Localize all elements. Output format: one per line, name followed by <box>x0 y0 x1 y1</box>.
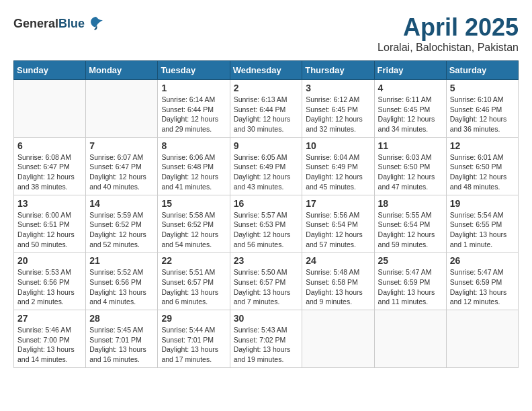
cell-content: Sunrise: 5:56 AMSunset: 6:54 PMDaylight:… <box>306 210 370 250</box>
weekday-header-friday: Friday <box>374 61 446 80</box>
location-title: Loralai, Balochistan, Pakistan <box>378 42 519 54</box>
cell-content: Sunrise: 6:12 AMSunset: 6:45 PMDaylight:… <box>306 95 370 134</box>
calendar-cell: 20Sunrise: 5:53 AMSunset: 6:56 PMDayligh… <box>14 253 86 310</box>
calendar-week-row: 6Sunrise: 6:08 AMSunset: 6:47 PMDaylight… <box>14 137 519 195</box>
day-number: 30 <box>234 313 299 324</box>
cell-content: Sunrise: 6:11 AMSunset: 6:45 PMDaylight:… <box>378 95 443 134</box>
day-number: 17 <box>306 198 370 209</box>
weekday-header-row: SundayMondayTuesdayWednesdayThursdayFrid… <box>14 61 519 80</box>
title-section: April 2025 Loralai, Balochistan, Pakista… <box>378 13 519 54</box>
day-number: 24 <box>306 255 370 266</box>
calendar-cell: 13Sunrise: 6:00 AMSunset: 6:51 PMDayligh… <box>14 195 86 253</box>
calendar-cell: 15Sunrise: 5:58 AMSunset: 6:52 PMDayligh… <box>158 195 230 253</box>
logo-bird-icon <box>86 13 106 34</box>
day-number: 15 <box>161 198 226 209</box>
day-number: 7 <box>89 140 154 151</box>
calendar-cell: 5Sunrise: 6:10 AMSunset: 6:46 PMDaylight… <box>446 80 518 138</box>
calendar-cell: 2Sunrise: 6:13 AMSunset: 6:44 PMDaylight… <box>230 80 302 138</box>
day-number: 13 <box>17 198 82 209</box>
calendar-cell: 3Sunrise: 6:12 AMSunset: 6:45 PMDaylight… <box>302 80 374 138</box>
cell-content: Sunrise: 5:59 AMSunset: 6:52 PMDaylight:… <box>89 210 154 250</box>
cell-content: Sunrise: 6:10 AMSunset: 6:46 PMDaylight:… <box>450 95 515 134</box>
calendar-week-row: 13Sunrise: 6:00 AMSunset: 6:51 PMDayligh… <box>14 195 519 253</box>
day-number: 22 <box>161 255 226 266</box>
cell-content: Sunrise: 6:06 AMSunset: 6:48 PMDaylight:… <box>161 152 226 192</box>
calendar-cell: 22Sunrise: 5:51 AMSunset: 6:57 PMDayligh… <box>158 253 230 310</box>
cell-content: Sunrise: 6:05 AMSunset: 6:49 PMDaylight:… <box>234 152 299 192</box>
day-number: 9 <box>234 140 299 151</box>
cell-content: Sunrise: 6:04 AMSunset: 6:49 PMDaylight:… <box>306 152 370 192</box>
day-number: 27 <box>17 313 82 324</box>
day-number: 16 <box>234 198 299 209</box>
cell-content: Sunrise: 5:55 AMSunset: 6:54 PMDaylight:… <box>378 210 443 250</box>
calendar-cell <box>86 80 158 138</box>
cell-content: Sunrise: 6:07 AMSunset: 6:47 PMDaylight:… <box>89 152 154 192</box>
calendar-cell: 30Sunrise: 5:43 AMSunset: 7:02 PMDayligh… <box>230 310 302 368</box>
calendar-cell: 14Sunrise: 5:59 AMSunset: 6:52 PMDayligh… <box>86 195 158 253</box>
weekday-header-monday: Monday <box>86 61 158 80</box>
weekday-header-thursday: Thursday <box>302 61 374 80</box>
day-number: 29 <box>161 313 226 324</box>
day-number: 8 <box>161 140 226 151</box>
calendar-cell: 23Sunrise: 5:50 AMSunset: 6:57 PMDayligh… <box>230 253 302 310</box>
cell-content: Sunrise: 5:53 AMSunset: 6:56 PMDaylight:… <box>17 267 82 307</box>
day-number: 28 <box>89 313 154 324</box>
cell-content: Sunrise: 5:51 AMSunset: 6:57 PMDaylight:… <box>161 267 226 307</box>
calendar-cell: 26Sunrise: 5:47 AMSunset: 6:59 PMDayligh… <box>446 253 518 310</box>
calendar-cell: 9Sunrise: 6:05 AMSunset: 6:49 PMDaylight… <box>230 137 302 195</box>
calendar-cell: 21Sunrise: 5:52 AMSunset: 6:56 PMDayligh… <box>86 253 158 310</box>
day-number: 5 <box>450 83 515 93</box>
calendar-cell: 1Sunrise: 6:14 AMSunset: 6:44 PMDaylight… <box>158 80 230 138</box>
day-number: 25 <box>378 255 443 266</box>
logo: GeneralBlue <box>13 13 106 34</box>
cell-content: Sunrise: 5:48 AMSunset: 6:58 PMDaylight:… <box>306 267 370 307</box>
day-number: 3 <box>306 83 370 93</box>
calendar-cell: 19Sunrise: 5:54 AMSunset: 6:55 PMDayligh… <box>446 195 518 253</box>
logo-blue-text: Blue <box>58 17 85 30</box>
calendar-cell: 29Sunrise: 5:44 AMSunset: 7:01 PMDayligh… <box>158 310 230 368</box>
cell-content: Sunrise: 5:57 AMSunset: 6:53 PMDaylight:… <box>234 210 299 250</box>
weekday-header-sunday: Sunday <box>14 61 86 80</box>
day-number: 1 <box>161 83 226 93</box>
cell-content: Sunrise: 5:43 AMSunset: 7:02 PMDaylight:… <box>234 325 299 365</box>
calendar-cell <box>374 310 446 368</box>
page-header: GeneralBlue April 2025 Loralai, Balochis… <box>13 13 519 54</box>
cell-content: Sunrise: 5:45 AMSunset: 7:01 PMDaylight:… <box>89 325 154 365</box>
day-number: 2 <box>234 83 299 93</box>
cell-content: Sunrise: 6:01 AMSunset: 6:50 PMDaylight:… <box>450 152 515 192</box>
calendar-table: SundayMondayTuesdayWednesdayThursdayFrid… <box>13 60 519 368</box>
cell-content: Sunrise: 5:54 AMSunset: 6:55 PMDaylight:… <box>450 210 515 250</box>
day-number: 21 <box>89 255 154 266</box>
cell-content: Sunrise: 5:46 AMSunset: 7:00 PMDaylight:… <box>17 325 82 365</box>
cell-content: Sunrise: 6:00 AMSunset: 6:51 PMDaylight:… <box>17 210 82 250</box>
calendar-cell: 25Sunrise: 5:47 AMSunset: 6:59 PMDayligh… <box>374 253 446 310</box>
day-number: 18 <box>378 198 443 209</box>
calendar-cell: 18Sunrise: 5:55 AMSunset: 6:54 PMDayligh… <box>374 195 446 253</box>
calendar-cell: 16Sunrise: 5:57 AMSunset: 6:53 PMDayligh… <box>230 195 302 253</box>
calendar-cell: 17Sunrise: 5:56 AMSunset: 6:54 PMDayligh… <box>302 195 374 253</box>
cell-content: Sunrise: 5:47 AMSunset: 6:59 PMDaylight:… <box>450 267 515 307</box>
weekday-header-saturday: Saturday <box>446 61 518 80</box>
month-title: April 2025 <box>378 13 519 42</box>
day-number: 12 <box>450 140 515 151</box>
calendar-cell: 7Sunrise: 6:07 AMSunset: 6:47 PMDaylight… <box>86 137 158 195</box>
calendar-cell: 4Sunrise: 6:11 AMSunset: 6:45 PMDaylight… <box>374 80 446 138</box>
day-number: 20 <box>17 255 82 266</box>
calendar-cell <box>14 80 86 138</box>
day-number: 11 <box>378 140 443 151</box>
cell-content: Sunrise: 5:52 AMSunset: 6:56 PMDaylight:… <box>89 267 154 307</box>
cell-content: Sunrise: 5:47 AMSunset: 6:59 PMDaylight:… <box>378 267 443 307</box>
logo-general-text: General <box>13 17 58 30</box>
calendar-week-row: 1Sunrise: 6:14 AMSunset: 6:44 PMDaylight… <box>14 80 519 138</box>
calendar-cell: 12Sunrise: 6:01 AMSunset: 6:50 PMDayligh… <box>446 137 518 195</box>
day-number: 4 <box>378 83 443 93</box>
calendar-cell: 27Sunrise: 5:46 AMSunset: 7:00 PMDayligh… <box>14 310 86 368</box>
weekday-header-tuesday: Tuesday <box>158 61 230 80</box>
calendar-cell <box>446 310 518 368</box>
cell-content: Sunrise: 5:58 AMSunset: 6:52 PMDaylight:… <box>161 210 226 250</box>
calendar-cell: 11Sunrise: 6:03 AMSunset: 6:50 PMDayligh… <box>374 137 446 195</box>
cell-content: Sunrise: 5:50 AMSunset: 6:57 PMDaylight:… <box>234 267 299 307</box>
cell-content: Sunrise: 6:03 AMSunset: 6:50 PMDaylight:… <box>378 152 443 192</box>
calendar-week-row: 20Sunrise: 5:53 AMSunset: 6:56 PMDayligh… <box>14 253 519 310</box>
calendar-cell: 6Sunrise: 6:08 AMSunset: 6:47 PMDaylight… <box>14 137 86 195</box>
